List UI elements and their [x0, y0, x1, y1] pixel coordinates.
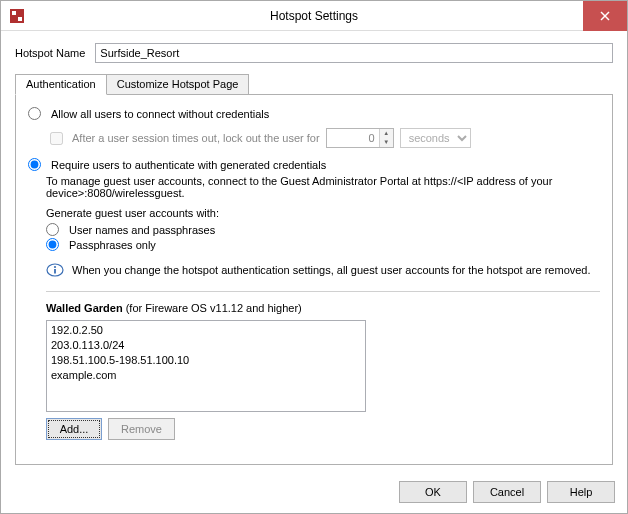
timeout-value-input [327, 129, 379, 147]
list-item[interactable]: 203.0.113.0/24 [51, 338, 361, 353]
pass-only-label: Passphrases only [69, 239, 156, 251]
walled-garden-label: Walled Garden (for Fireware OS v11.12 an… [46, 302, 600, 314]
tab-customize-hotspot-page[interactable]: Customize Hotspot Page [106, 74, 250, 95]
dialog-footer: OK Cancel Help [1, 473, 627, 513]
radio-pass-only[interactable] [46, 238, 59, 251]
svg-point-6 [54, 266, 56, 268]
timeout-row: After a user session times out, lock out… [46, 128, 600, 148]
radio-require-auth[interactable] [28, 158, 41, 171]
tab-strip: Authentication Customize Hotspot Page [15, 73, 613, 94]
close-button[interactable] [583, 1, 627, 31]
walled-garden-listbox[interactable]: 192.0.2.50203.0.113.0/24198.51.100.5-198… [46, 320, 366, 412]
option-require-auth[interactable]: Require users to authenticate with gener… [28, 158, 600, 171]
user-and-pass-label: User names and passphrases [69, 224, 215, 236]
tab-panel-authentication: Allow all users to connect without crede… [15, 94, 613, 465]
walled-garden-buttons: Add... Remove [46, 418, 600, 440]
timeout-prefix: After a user session times out, lock out… [72, 132, 320, 144]
hotspot-settings-window: Hotspot Settings Hotspot Name Authentica… [0, 0, 628, 514]
window-title: Hotspot Settings [1, 9, 627, 23]
allow-all-label: Allow all users to connect without crede… [51, 108, 269, 120]
hotspot-name-label: Hotspot Name [15, 47, 85, 59]
info-text: When you change the hotspot authenticati… [72, 264, 591, 276]
option-allow-all[interactable]: Allow all users to connect without crede… [28, 107, 600, 120]
svg-rect-1 [12, 11, 16, 15]
hotspot-name-input[interactable] [95, 43, 613, 63]
close-icon [600, 11, 610, 21]
generate-with-label: Generate guest user accounts with: [46, 207, 600, 219]
remove-button[interactable]: Remove [108, 418, 175, 440]
timeout-spinner: ▲ ▼ [326, 128, 394, 148]
content-area: Hotspot Name Authentication Customize Ho… [1, 31, 627, 473]
svg-rect-7 [54, 269, 56, 274]
portal-help-text: To manage guest user accounts, connect t… [46, 175, 600, 199]
option-user-and-pass[interactable]: User names and passphrases [46, 223, 600, 236]
info-row: When you change the hotspot authenticati… [46, 263, 600, 277]
list-item[interactable]: example.com [51, 368, 361, 383]
ok-button[interactable]: OK [399, 481, 467, 503]
add-button[interactable]: Add... [46, 418, 102, 440]
spinner-down-icon: ▼ [380, 138, 393, 147]
checkbox-lockout [50, 132, 63, 145]
divider [46, 291, 600, 292]
option-pass-only[interactable]: Passphrases only [46, 238, 600, 251]
radio-user-and-pass[interactable] [46, 223, 59, 236]
list-item[interactable]: 192.0.2.50 [51, 323, 361, 338]
walled-garden-title: Walled Garden [46, 302, 123, 314]
hotspot-name-row: Hotspot Name [15, 43, 613, 63]
walled-garden-note: (for Fireware OS v11.12 and higher) [123, 302, 302, 314]
spinner-up-icon: ▲ [380, 129, 393, 138]
help-button[interactable]: Help [547, 481, 615, 503]
titlebar: Hotspot Settings [1, 1, 627, 31]
app-icon [9, 8, 25, 24]
svg-rect-2 [18, 17, 22, 21]
require-auth-label: Require users to authenticate with gener… [51, 159, 326, 171]
info-icon [46, 263, 64, 277]
list-item[interactable]: 198.51.100.5-198.51.100.10 [51, 353, 361, 368]
tab-authentication[interactable]: Authentication [15, 74, 107, 95]
radio-allow-all[interactable] [28, 107, 41, 120]
timeout-unit-select: seconds [400, 128, 471, 148]
cancel-button[interactable]: Cancel [473, 481, 541, 503]
